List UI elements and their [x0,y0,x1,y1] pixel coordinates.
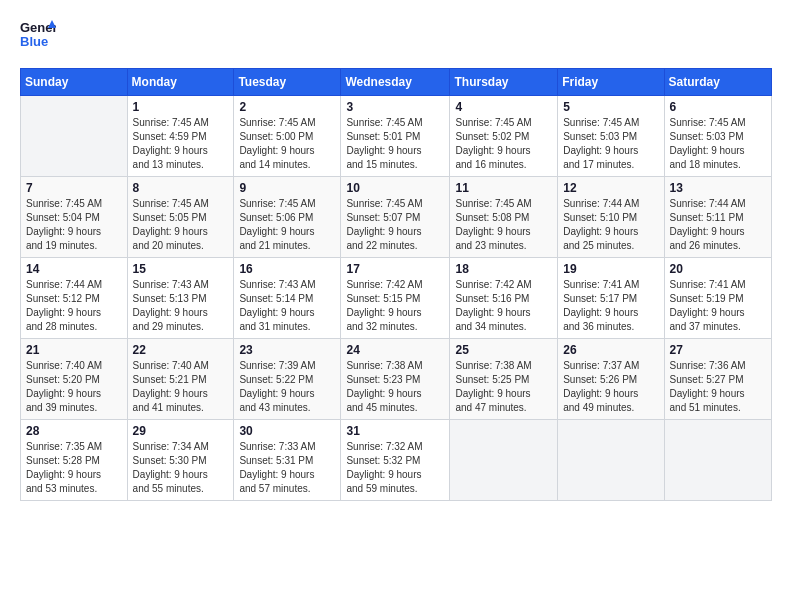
calendar-body: 1Sunrise: 7:45 AM Sunset: 4:59 PM Daylig… [21,96,772,501]
calendar-table: SundayMondayTuesdayWednesdayThursdayFrid… [20,68,772,501]
day-number: 18 [455,262,552,276]
day-number: 24 [346,343,444,357]
day-info: Sunrise: 7:35 AM Sunset: 5:28 PM Dayligh… [26,440,122,496]
calendar-cell [664,420,771,501]
day-info: Sunrise: 7:45 AM Sunset: 5:02 PM Dayligh… [455,116,552,172]
calendar-cell: 18Sunrise: 7:42 AM Sunset: 5:16 PM Dayli… [450,258,558,339]
day-info: Sunrise: 7:43 AM Sunset: 5:13 PM Dayligh… [133,278,229,334]
day-info: Sunrise: 7:44 AM Sunset: 5:10 PM Dayligh… [563,197,658,253]
day-number: 31 [346,424,444,438]
day-number: 20 [670,262,766,276]
day-info: Sunrise: 7:45 AM Sunset: 5:04 PM Dayligh… [26,197,122,253]
day-info: Sunrise: 7:43 AM Sunset: 5:14 PM Dayligh… [239,278,335,334]
day-number: 30 [239,424,335,438]
day-info: Sunrise: 7:40 AM Sunset: 5:20 PM Dayligh… [26,359,122,415]
day-info: Sunrise: 7:45 AM Sunset: 5:07 PM Dayligh… [346,197,444,253]
day-number: 29 [133,424,229,438]
calendar-cell [558,420,664,501]
calendar-cell: 31Sunrise: 7:32 AM Sunset: 5:32 PM Dayli… [341,420,450,501]
calendar-cell: 27Sunrise: 7:36 AM Sunset: 5:27 PM Dayli… [664,339,771,420]
day-info: Sunrise: 7:45 AM Sunset: 4:59 PM Dayligh… [133,116,229,172]
day-number: 8 [133,181,229,195]
calendar-cell: 5Sunrise: 7:45 AM Sunset: 5:03 PM Daylig… [558,96,664,177]
day-info: Sunrise: 7:33 AM Sunset: 5:31 PM Dayligh… [239,440,335,496]
calendar-cell: 16Sunrise: 7:43 AM Sunset: 5:14 PM Dayli… [234,258,341,339]
calendar-cell: 20Sunrise: 7:41 AM Sunset: 5:19 PM Dayli… [664,258,771,339]
day-number: 7 [26,181,122,195]
day-number: 1 [133,100,229,114]
calendar-cell: 14Sunrise: 7:44 AM Sunset: 5:12 PM Dayli… [21,258,128,339]
calendar-cell: 7Sunrise: 7:45 AM Sunset: 5:04 PM Daylig… [21,177,128,258]
calendar-cell: 21Sunrise: 7:40 AM Sunset: 5:20 PM Dayli… [21,339,128,420]
day-number: 5 [563,100,658,114]
weekday-header-tuesday: Tuesday [234,69,341,96]
svg-text:Blue: Blue [20,34,48,49]
calendar-cell: 8Sunrise: 7:45 AM Sunset: 5:05 PM Daylig… [127,177,234,258]
day-number: 14 [26,262,122,276]
day-number: 17 [346,262,444,276]
calendar-week-3: 14Sunrise: 7:44 AM Sunset: 5:12 PM Dayli… [21,258,772,339]
day-number: 26 [563,343,658,357]
day-number: 6 [670,100,766,114]
day-number: 16 [239,262,335,276]
weekday-header-saturday: Saturday [664,69,771,96]
day-info: Sunrise: 7:42 AM Sunset: 5:15 PM Dayligh… [346,278,444,334]
calendar-cell: 15Sunrise: 7:43 AM Sunset: 5:13 PM Dayli… [127,258,234,339]
day-info: Sunrise: 7:41 AM Sunset: 5:17 PM Dayligh… [563,278,658,334]
day-number: 10 [346,181,444,195]
day-number: 25 [455,343,552,357]
day-info: Sunrise: 7:44 AM Sunset: 5:12 PM Dayligh… [26,278,122,334]
calendar-cell: 29Sunrise: 7:34 AM Sunset: 5:30 PM Dayli… [127,420,234,501]
calendar-cell [450,420,558,501]
day-info: Sunrise: 7:38 AM Sunset: 5:25 PM Dayligh… [455,359,552,415]
day-info: Sunrise: 7:44 AM Sunset: 5:11 PM Dayligh… [670,197,766,253]
header: General Blue [20,16,772,56]
calendar-header-row: SundayMondayTuesdayWednesdayThursdayFrid… [21,69,772,96]
day-info: Sunrise: 7:45 AM Sunset: 5:03 PM Dayligh… [563,116,658,172]
day-info: Sunrise: 7:45 AM Sunset: 5:00 PM Dayligh… [239,116,335,172]
day-info: Sunrise: 7:45 AM Sunset: 5:01 PM Dayligh… [346,116,444,172]
calendar-cell: 9Sunrise: 7:45 AM Sunset: 5:06 PM Daylig… [234,177,341,258]
calendar-cell: 26Sunrise: 7:37 AM Sunset: 5:26 PM Dayli… [558,339,664,420]
day-info: Sunrise: 7:45 AM Sunset: 5:08 PM Dayligh… [455,197,552,253]
day-number: 22 [133,343,229,357]
weekday-header-wednesday: Wednesday [341,69,450,96]
calendar-cell: 25Sunrise: 7:38 AM Sunset: 5:25 PM Dayli… [450,339,558,420]
day-number: 11 [455,181,552,195]
day-number: 9 [239,181,335,195]
weekday-header-sunday: Sunday [21,69,128,96]
day-info: Sunrise: 7:38 AM Sunset: 5:23 PM Dayligh… [346,359,444,415]
weekday-header-monday: Monday [127,69,234,96]
day-number: 23 [239,343,335,357]
day-info: Sunrise: 7:45 AM Sunset: 5:06 PM Dayligh… [239,197,335,253]
day-number: 19 [563,262,658,276]
day-info: Sunrise: 7:40 AM Sunset: 5:21 PM Dayligh… [133,359,229,415]
day-number: 12 [563,181,658,195]
calendar-cell: 24Sunrise: 7:38 AM Sunset: 5:23 PM Dayli… [341,339,450,420]
day-number: 28 [26,424,122,438]
day-info: Sunrise: 7:36 AM Sunset: 5:27 PM Dayligh… [670,359,766,415]
calendar-cell: 4Sunrise: 7:45 AM Sunset: 5:02 PM Daylig… [450,96,558,177]
day-number: 2 [239,100,335,114]
day-number: 4 [455,100,552,114]
day-info: Sunrise: 7:45 AM Sunset: 5:03 PM Dayligh… [670,116,766,172]
calendar-cell: 6Sunrise: 7:45 AM Sunset: 5:03 PM Daylig… [664,96,771,177]
day-info: Sunrise: 7:45 AM Sunset: 5:05 PM Dayligh… [133,197,229,253]
logo: General Blue [20,16,56,56]
day-info: Sunrise: 7:41 AM Sunset: 5:19 PM Dayligh… [670,278,766,334]
calendar-cell: 23Sunrise: 7:39 AM Sunset: 5:22 PM Dayli… [234,339,341,420]
calendar-week-2: 7Sunrise: 7:45 AM Sunset: 5:04 PM Daylig… [21,177,772,258]
calendar-cell: 17Sunrise: 7:42 AM Sunset: 5:15 PM Dayli… [341,258,450,339]
day-info: Sunrise: 7:42 AM Sunset: 5:16 PM Dayligh… [455,278,552,334]
calendar-cell: 22Sunrise: 7:40 AM Sunset: 5:21 PM Dayli… [127,339,234,420]
day-info: Sunrise: 7:37 AM Sunset: 5:26 PM Dayligh… [563,359,658,415]
day-info: Sunrise: 7:39 AM Sunset: 5:22 PM Dayligh… [239,359,335,415]
calendar-cell: 28Sunrise: 7:35 AM Sunset: 5:28 PM Dayli… [21,420,128,501]
calendar-cell [21,96,128,177]
calendar-cell: 19Sunrise: 7:41 AM Sunset: 5:17 PM Dayli… [558,258,664,339]
calendar-week-5: 28Sunrise: 7:35 AM Sunset: 5:28 PM Dayli… [21,420,772,501]
calendar-week-1: 1Sunrise: 7:45 AM Sunset: 4:59 PM Daylig… [21,96,772,177]
day-number: 21 [26,343,122,357]
weekday-header-thursday: Thursday [450,69,558,96]
calendar-cell: 2Sunrise: 7:45 AM Sunset: 5:00 PM Daylig… [234,96,341,177]
